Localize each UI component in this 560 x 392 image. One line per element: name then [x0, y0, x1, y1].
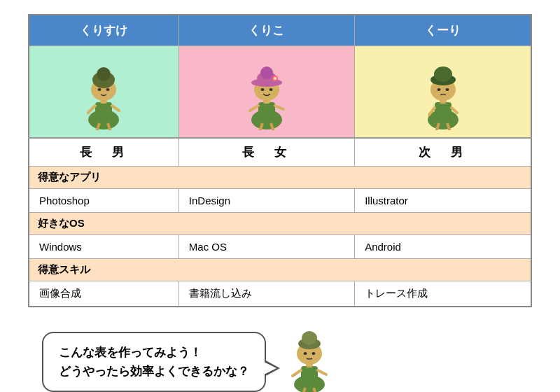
header-col2: くりこ [178, 15, 354, 46]
svg-line-25 [250, 106, 258, 111]
svg-point-8 [98, 88, 102, 91]
svg-rect-30 [435, 102, 451, 122]
svg-point-20 [260, 66, 273, 79]
svg-point-24 [269, 88, 272, 91]
svg-line-50 [318, 370, 326, 374]
data-skill-2: 書籍流し込み [178, 281, 354, 307]
data-os-1: Windows [29, 235, 178, 259]
bottom-char-svg [280, 316, 340, 392]
section-label-os: 好きなOS [29, 213, 531, 235]
svg-line-11 [112, 106, 119, 111]
kurisuke-svg [76, 53, 132, 130]
svg-rect-15 [258, 102, 275, 122]
data-apps-3: Illustrator [355, 189, 531, 213]
data-skill-1: 画像合成 [29, 281, 178, 307]
svg-point-36 [445, 88, 449, 91]
child-title-1: 長 男 [29, 138, 178, 167]
bottom-section: こんな表を作ってみよう！ どうやったら効率よくできるかな？ [28, 316, 532, 392]
comparison-table: くりすけ くりこ くーり [28, 14, 532, 307]
child-title-3: 次 男 [355, 138, 531, 167]
character-image-row [29, 46, 531, 139]
kuriko-svg [239, 53, 295, 130]
speech-bubble: こんな表を作ってみよう！ どうやったら効率よくできるかな？ [42, 332, 266, 392]
svg-line-10 [88, 106, 95, 113]
svg-point-48 [312, 352, 316, 355]
header-col1: くりすけ [29, 15, 178, 46]
header-col3: くーり [355, 15, 531, 46]
speech-line1: こんな表を作ってみよう！ [59, 343, 249, 362]
svg-rect-3 [95, 102, 112, 122]
svg-point-7 [97, 67, 111, 81]
svg-point-46 [302, 331, 317, 345]
section-label-skill: 得意スキル [29, 259, 531, 281]
section-label-apps: 得意なアプリ [29, 167, 531, 189]
svg-point-35 [437, 88, 440, 91]
svg-rect-42 [301, 366, 318, 386]
svg-point-22 [274, 77, 276, 80]
data-os-3: Android [355, 235, 531, 259]
data-os-2: Mac OS [178, 235, 354, 259]
speech-line2: どうやったら効率よくできるかな？ [59, 362, 249, 381]
data-skill-3: トレース作成 [355, 281, 531, 307]
svg-point-34 [434, 66, 452, 82]
svg-point-47 [304, 352, 307, 355]
data-row-os: Windows Mac OS Android [29, 235, 531, 259]
data-row-skill: 画像合成 書籍流し込み トレース作成 [29, 281, 531, 307]
child-title-2: 長 女 [178, 138, 354, 167]
svg-line-49 [293, 370, 301, 376]
data-row-apps: Photoshop InDesign Illustrator [29, 189, 531, 213]
svg-point-9 [106, 88, 110, 91]
section-header-os: 好きなOS [29, 213, 531, 235]
bottom-character [280, 316, 340, 392]
svg-point-23 [260, 88, 264, 91]
data-apps-2: InDesign [178, 189, 354, 213]
data-apps-1: Photoshop [29, 189, 178, 213]
section-header-skill: 得意スキル [29, 259, 531, 281]
table-header-row: くりすけ くりこ くーり [29, 15, 531, 46]
kuri-svg [415, 53, 471, 130]
section-header-apps: 得意なアプリ [29, 167, 531, 189]
child-title-row: 長 男 長 女 次 男 [29, 138, 531, 167]
char-cell-kuriko [178, 46, 354, 139]
char-cell-kuri [355, 46, 531, 139]
main-container: くりすけ くりこ くーり [0, 0, 560, 392]
char-cell-kurisuke [29, 46, 178, 139]
svg-line-26 [275, 106, 284, 109]
